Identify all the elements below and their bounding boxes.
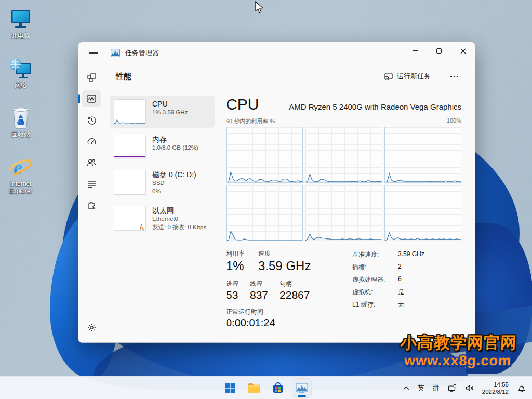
sidebar-item-services[interactable]: [82, 197, 101, 214]
cpu-info-table: 基准速度:3.59 GHz 插槽:2 虚拟处理器:6 虚拟机:是 L1 缓存:无: [352, 249, 424, 329]
task-manager-app-icon: [111, 49, 120, 57]
svg-text:z: z: [522, 385, 523, 388]
perf-item-detail: SSD: [152, 179, 196, 188]
tray-ime-pinyin[interactable]: 拼: [430, 381, 443, 395]
start-button[interactable]: [220, 378, 240, 398]
mouse-cursor: [255, 1, 264, 17]
tray-date: 2022/8/12: [482, 388, 509, 395]
task-manager-window: 任务管理器: [78, 42, 475, 343]
chart-window-label: 60 秒内的利用率 %: [226, 117, 275, 125]
watermark-line1: 小高教学网官网: [400, 332, 517, 354]
desktop-icon-this-pc[interactable]: 此电脑: [1, 7, 41, 40]
sidebar-item-app-history[interactable]: [82, 112, 101, 128]
stat-utilization: 利用率 1%: [226, 249, 245, 273]
stat-uptime: 正常运行时间 0:00:01:24: [226, 308, 343, 329]
perf-item-disk[interactable]: 磁盘 0 (C: D:) SSD 0%: [110, 166, 215, 199]
perf-item-ethernet[interactable]: 以太网 Ethernet0 发送: 0 接收: 0 Kbps: [110, 202, 215, 235]
this-pc-icon: [8, 7, 33, 32]
cpu-core-charts[interactable]: [226, 127, 461, 241]
run-new-task-icon: [384, 73, 393, 80]
sidebar-item-settings[interactable]: [82, 319, 101, 336]
cpu-detail-pane: CPU AMD Ryzen 5 2400G with Radeon Vega G…: [226, 96, 463, 343]
tray-speaker-icon[interactable]: [462, 382, 477, 394]
sidebar-item-startup-apps[interactable]: [82, 133, 101, 150]
desktop-icon-label: 回收站: [1, 131, 41, 139]
core-chart-0: [226, 127, 303, 183]
menu-icon[interactable]: [86, 45, 101, 61]
core-chart-1: [305, 127, 382, 183]
perf-item-detail: 1.0/8.0 GB (12%): [152, 144, 198, 152]
file-explorer-button[interactable]: [244, 378, 264, 398]
perf-item-detail: 1% 3.59 GHz: [152, 109, 188, 117]
internet-explorer-icon: e: [8, 155, 33, 180]
microsoft-store-button[interactable]: [268, 378, 288, 398]
maximize-button[interactable]: [427, 42, 451, 60]
titlebar[interactable]: 任务管理器: [78, 42, 475, 64]
desktop-icon-recycle-bin[interactable]: 回收站: [1, 105, 41, 148]
sidebar-item-details[interactable]: [82, 176, 101, 192]
stat-processes: 进程 53: [226, 280, 238, 301]
svg-text:z: z: [520, 386, 522, 389]
tray-chevron-up-icon[interactable]: [400, 384, 413, 392]
task-manager-icon: [296, 383, 308, 393]
perf-item-memory[interactable]: 内存 1.0/8.0 GB (12%): [110, 131, 215, 163]
tray-focus-assist-icon[interactable]: zz: [514, 382, 529, 394]
core-chart-2: [384, 127, 461, 183]
perf-item-name: 磁盘 0 (C: D:): [152, 170, 196, 179]
network-icon: [8, 56, 33, 81]
tray-clock[interactable]: 14:55 2022/8/12: [479, 380, 512, 397]
run-new-task-label: 运行新任务: [397, 72, 431, 81]
desktop-icon-label: 网络: [1, 82, 41, 89]
recycle-bin-icon: [8, 105, 33, 130]
performance-list: CPU 1% 3.59 GHz 内存 1.0/8.0 GB (12%): [110, 96, 215, 343]
core-chart-4: [305, 185, 382, 241]
desktop-icon-label: 此电脑: [1, 33, 41, 40]
cpu-title: CPU: [226, 96, 259, 113]
perf-item-detail: Ethernet0: [152, 215, 206, 223]
core-chart-5: [384, 185, 461, 241]
file-explorer-icon: [248, 382, 260, 394]
run-new-task-button[interactable]: 运行新任务: [379, 69, 436, 84]
page-title-performance: 性能: [116, 72, 131, 82]
sidebar-item-processes[interactable]: [82, 69, 101, 86]
window-title: 任务管理器: [125, 48, 159, 58]
watermark: 小高教学网官网 www.xx8g.com: [399, 332, 517, 369]
cpu-mini-chart: [114, 99, 146, 124]
disk-mini-chart: [114, 170, 146, 195]
desktop-icon-network[interactable]: 网络: [1, 56, 41, 89]
memory-mini-chart: [114, 135, 146, 159]
sidebar: [78, 64, 104, 343]
task-manager-taskbar-button[interactable]: [292, 378, 312, 398]
core-chart-3: [226, 185, 303, 241]
minimize-button[interactable]: [403, 42, 427, 60]
tray-time: 14:55: [482, 381, 509, 388]
perf-item-cpu[interactable]: CPU 1% 3.59 GHz: [110, 96, 215, 128]
chart-max-label: 100%: [447, 117, 461, 125]
sidebar-item-performance[interactable]: [82, 90, 101, 107]
sidebar-item-users[interactable]: [82, 154, 101, 171]
stat-handles: 句柄 22867: [280, 280, 310, 301]
taskbar: 英 拼 14:55 2022/8/12 zz: [0, 376, 532, 399]
perf-item-detail: 发送: 0 接收: 0 Kbps: [152, 223, 206, 232]
perf-item-name: CPU: [152, 99, 188, 109]
stat-speed: 速度 3.59 GHz: [258, 249, 311, 273]
perf-item-name: 内存: [152, 135, 198, 144]
stat-threads: 线程 837: [250, 280, 268, 301]
ethernet-mini-chart: [114, 206, 146, 231]
windows-logo-icon: [224, 382, 236, 394]
perf-item-name: 以太网: [152, 206, 206, 215]
cpu-subtitle: AMD Ryzen 5 2400G with Radeon Vega Graph…: [289, 102, 461, 111]
desktop-icon-label: Internet Explorer: [1, 181, 41, 195]
microsoft-store-icon: [272, 382, 284, 394]
more-options-button[interactable]: [445, 72, 463, 82]
perf-item-detail: 0%: [152, 188, 196, 196]
desktop-icon-internet-explorer[interactable]: e Internet Explorer: [1, 155, 41, 195]
close-button[interactable]: [451, 42, 475, 60]
tray-language-english[interactable]: 英: [415, 381, 428, 395]
watermark-line2: www.xx8g.com: [399, 353, 516, 369]
tray-network-icon[interactable]: [445, 382, 460, 394]
